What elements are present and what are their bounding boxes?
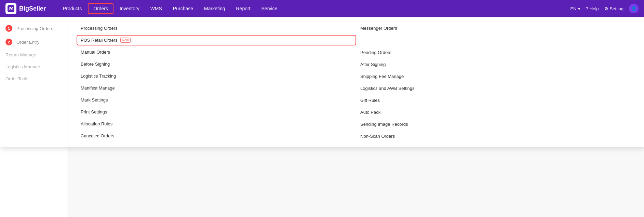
- dropdown-section-return: Return Manage: [0, 49, 68, 61]
- help-label: Help: [590, 6, 599, 11]
- nav-purchase[interactable]: Purchase: [168, 4, 198, 13]
- dropdown-logistics-tracking[interactable]: Logistics Tracking: [77, 71, 356, 81]
- dropdown-right-panel: Processing Orders POS Retail Orders New …: [68, 17, 644, 147]
- step-badge-2: 2: [5, 39, 12, 45]
- nav-right: EN ▾ ? Help ⚙ Setting 👤: [570, 4, 639, 13]
- lang-selector[interactable]: EN ▾: [570, 6, 580, 11]
- dropdown-section-entry: 2 Order Entry: [0, 35, 68, 49]
- dropdown-sending-image[interactable]: Sending Image Records: [356, 119, 636, 130]
- chevron-down-icon: ▾: [578, 6, 580, 11]
- pos-retail-label: POS Retail Orders: [81, 38, 118, 43]
- nav-marketing[interactable]: Marketing: [199, 4, 230, 13]
- dropdown-before-signing[interactable]: Before Signing: [77, 59, 356, 69]
- nav-inventory[interactable]: Inventory: [115, 4, 144, 13]
- dropdown-section-processing: 1 Processing Orders: [0, 22, 68, 35]
- dropdown-manual-orders[interactable]: Manual Orders: [77, 47, 356, 57]
- brand-name: BigSeller: [19, 5, 46, 12]
- help-button[interactable]: ? Help: [586, 6, 599, 11]
- dropdown-manifest[interactable]: Manifest Manage: [77, 83, 356, 93]
- dropdown-non-scan[interactable]: Non-Scan Orders: [356, 131, 636, 141]
- nav-items: Products Orders Inventory WMS Purchase M…: [58, 3, 562, 14]
- dropdown-col-2: Messenger Orders Pending Orders After Si…: [356, 23, 636, 141]
- dropdown-section-tools: Order Tools: [0, 73, 68, 85]
- user-avatar[interactable]: 👤: [629, 4, 639, 13]
- dropdown-canceled-orders[interactable]: Canceled Orders: [77, 131, 356, 141]
- svg-rect-0: [8, 5, 14, 12]
- dropdown-col-1: Processing Orders POS Retail Orders New …: [77, 23, 356, 141]
- dropdown-messenger[interactable]: Messenger Orders: [356, 23, 636, 33]
- gear-icon: ⚙: [604, 6, 608, 11]
- nav-service[interactable]: Service: [257, 4, 282, 13]
- lang-label: EN: [570, 6, 576, 11]
- nav-products[interactable]: Products: [58, 4, 86, 13]
- section-entry-label: Order Entry: [16, 40, 39, 45]
- step-badge-1: 1: [5, 25, 12, 32]
- setting-label: Setting: [610, 6, 623, 11]
- top-nav: BigSeller Products Orders Inventory WMS …: [0, 0, 644, 17]
- logo-icon: [5, 3, 16, 14]
- nav-orders[interactable]: Orders: [88, 3, 113, 14]
- section-processing-label: Processing Orders: [16, 26, 53, 31]
- nav-wms[interactable]: WMS: [146, 4, 167, 13]
- dropdown-logistics-awb[interactable]: Logistics and AWB Settings: [356, 83, 636, 94]
- dropdown-allocation-rules[interactable]: Allocation Rules: [77, 119, 356, 129]
- dropdown-gift-rules[interactable]: Gift Rules: [356, 95, 636, 106]
- dropdown-print-settings[interactable]: Print Settings: [77, 107, 356, 117]
- dropdown-pending[interactable]: Pending Orders: [356, 47, 636, 58]
- dropdown-left-panel: 1 Processing Orders 2 Order Entry Return…: [0, 17, 68, 147]
- dropdown-auto-pack[interactable]: Auto Pack: [356, 107, 636, 118]
- orders-dropdown: 1 Processing Orders 2 Order Entry Return…: [0, 17, 644, 147]
- user-icon: 👤: [631, 6, 637, 11]
- dropdown-after-signing[interactable]: After Signing: [356, 59, 636, 70]
- setting-button[interactable]: ⚙ Setting: [604, 6, 623, 11]
- dropdown-pos-retail[interactable]: POS Retail Orders New: [77, 35, 356, 45]
- navbar: BigSeller Products Orders Inventory WMS …: [0, 0, 644, 17]
- logo[interactable]: BigSeller: [5, 3, 50, 14]
- dropdown-section-logistics: Logistics Manage: [0, 61, 68, 73]
- new-badge: New: [120, 38, 131, 43]
- dropdown-mark-settings[interactable]: Mark Settings: [77, 95, 356, 105]
- dropdown-processing-orders[interactable]: Processing Orders: [77, 23, 356, 33]
- nav-report[interactable]: Report: [231, 4, 255, 13]
- help-icon: ?: [586, 6, 588, 11]
- dropdown-shipping-fee[interactable]: Shipping Fee Manage: [356, 71, 636, 82]
